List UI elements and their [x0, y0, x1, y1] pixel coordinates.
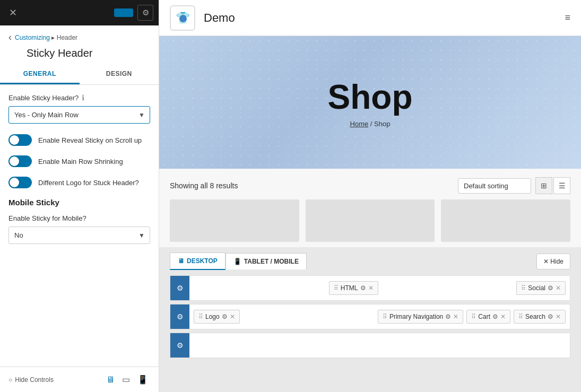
device-buttons: 🖥 ▭ 📱 [104, 372, 150, 387]
social-drag-icon: ⠿ [521, 284, 526, 292]
publish-button[interactable] [114, 8, 133, 17]
search-chip[interactable]: ⠿ Search ⚙ ✕ [514, 310, 566, 324]
html-chip-remove-icon[interactable]: ✕ [368, 284, 374, 292]
product-placeholder-2 [306, 199, 435, 242]
social-chip-gear-icon[interactable]: ⚙ [548, 284, 553, 292]
mobile-sticky-section-title: Mobile Sticky [8, 198, 150, 207]
toggle-main-row-shrinking-row: Enable Main Row Shrinking [8, 155, 150, 167]
logo-drag-icon: ⠿ [198, 313, 203, 320]
circle-icon: ○ [8, 376, 12, 384]
search-chip-gear-icon[interactable]: ⚙ [548, 313, 553, 320]
tablet-tab-label: TABLET / MOBILE [244, 258, 299, 265]
hamburger-menu-icon[interactable]: ≡ [565, 12, 570, 23]
back-icon: ‹ [8, 32, 12, 43]
toggle-different-logo-label: Different Logo for Stuck Header? [38, 179, 139, 187]
row-1-content: ⠿ HTML ⚙ ✕ ⠿ Social ⚙ ✕ [189, 279, 570, 297]
builder-area: 🖥 DESKTOP 📱 TABLET / MOBILE ✕ Hide ⚙ ⠿ H… [159, 247, 581, 392]
logo-chip-label: Logo [205, 313, 220, 320]
tab-general[interactable]: GENERAL [0, 65, 80, 84]
row-1-gear-icon: ⚙ [177, 284, 184, 292]
mobile-sticky-select-wrap: No Yes ▼ [8, 227, 150, 244]
breadcrumb-separator: ▸ [51, 34, 56, 41]
toggle-main-row-shrinking[interactable] [8, 155, 32, 167]
sticky-header-select[interactable]: Yes - Only Main Row Yes - Both Rows No [8, 106, 150, 124]
html-drag-icon: ⠿ [334, 284, 339, 292]
grid-view-button[interactable]: ⊞ [535, 177, 552, 194]
tab-design[interactable]: DESIGN [80, 65, 159, 84]
results-text: Showing all 8 results [170, 181, 238, 190]
primary-nav-chip[interactable]: ⠿ Primary Navigation ⚙ ✕ [378, 310, 463, 324]
close-button[interactable]: ✕ [5, 5, 20, 20]
tablet-tab-icon: 📱 [233, 258, 241, 265]
cart-chip[interactable]: ⠿ Cart ⚙ ✕ [466, 310, 510, 324]
toggle-different-logo[interactable] [8, 177, 32, 188]
right-panel: 👕 Demo ≡ Shop Home / Shop Showing all 8 … [159, 0, 581, 392]
desktop-tab-icon: 🖥 [178, 257, 184, 265]
mobile-device-button[interactable]: 📱 [135, 372, 150, 387]
html-chip-gear-icon[interactable]: ⚙ [360, 284, 366, 292]
social-chip[interactable]: ⠿ Social ⚙ ✕ [516, 281, 566, 295]
toggle-reveal-sticky-row: Enable Reveal Sticky on Scroll up [8, 134, 150, 146]
panel-footer: ○ Hide Controls 🖥 ▭ 📱 [0, 367, 159, 392]
panel-body: Enable Sticky Header? ℹ Yes - Only Main … [0, 85, 159, 367]
logo-chip-gear-icon[interactable]: ⚙ [222, 313, 228, 320]
builder-tab-tablet[interactable]: 📱 TABLET / MOBILE [226, 253, 307, 269]
row-3-gear[interactable]: ⚙ [170, 333, 189, 358]
primary-nav-drag-icon: ⠿ [383, 313, 387, 320]
social-chip-remove-icon[interactable]: ✕ [556, 284, 561, 292]
hide-controls-button[interactable]: ○ Hide Controls [8, 376, 54, 384]
toggle-reveal-sticky-label: Enable Reveal Sticky on Scroll up [38, 136, 142, 144]
row-3-gear-icon: ⚙ [177, 341, 184, 350]
hero-breadcrumb-current: Shop [374, 120, 390, 128]
cart-chip-remove-icon[interactable]: ✕ [500, 313, 506, 320]
primary-nav-chip-gear-icon[interactable]: ⚙ [445, 313, 451, 320]
search-chip-remove-icon[interactable]: ✕ [556, 313, 561, 320]
primary-nav-chip-remove-icon[interactable]: ✕ [453, 313, 458, 320]
tabs-row: GENERAL DESIGN [0, 65, 159, 85]
panel-title: Sticky Header [0, 45, 159, 65]
html-chip-label: HTML [341, 284, 358, 292]
breadcrumb-area: ‹ Customizing ▸ Header [0, 25, 159, 45]
primary-nav-chip-label: Primary Navigation [389, 313, 443, 320]
html-chip[interactable]: ⠿ HTML ⚙ ✕ [329, 281, 378, 295]
sticky-header-label: Enable Sticky Header? ℹ [8, 93, 150, 102]
toggle-reveal-sticky[interactable] [8, 134, 32, 146]
cart-chip-label: Cart [478, 313, 490, 320]
back-button[interactable]: ‹ [8, 32, 12, 43]
gear-icon: ⚙ [142, 8, 149, 18]
search-chip-label: Search [525, 313, 545, 320]
search-drag-icon: ⠿ [518, 313, 523, 320]
desktop-device-button[interactable]: 🖥 [104, 372, 117, 387]
left-panel: ✕ ⚙ ‹ Customizing ▸ Header Sticky Header… [0, 0, 159, 392]
cart-chip-gear-icon[interactable]: ⚙ [492, 313, 498, 320]
preview-header: 👕 Demo ≡ [159, 0, 581, 36]
builder-row-3: ⚙ [170, 333, 570, 358]
preview-content-bar: Showing all 8 results Default sorting So… [159, 169, 581, 199]
logo-chip[interactable]: ⠿ Logo ⚙ ✕ [194, 310, 240, 324]
builder-tabs-row: 🖥 DESKTOP 📱 TABLET / MOBILE ✕ Hide [170, 252, 570, 270]
sorting-select[interactable]: Default sorting Sort by popularity Sort … [458, 178, 531, 194]
desktop-tab-label: DESKTOP [187, 257, 218, 265]
list-icon: ☰ [559, 181, 566, 190]
row-2-gear[interactable]: ⚙ [170, 304, 189, 329]
builder-tab-desktop[interactable]: 🖥 DESKTOP [170, 252, 226, 270]
builder-row-2: ⚙ ⠿ Logo ⚙ ✕ ⠿ Primary Navigation ⚙ ✕ ⠿ [170, 304, 570, 329]
social-chip-label: Social [528, 284, 545, 292]
breadcrumb-parent-link[interactable]: Customizing [15, 34, 50, 41]
hide-controls-label: Hide Controls [15, 376, 54, 384]
logo-chip-remove-icon[interactable]: ✕ [230, 313, 235, 320]
breadcrumb-current: Header [57, 34, 77, 41]
product-placeholder-1 [170, 199, 299, 242]
row-2-content: ⠿ Logo ⚙ ✕ ⠿ Primary Navigation ⚙ ✕ ⠿ Ca… [189, 308, 570, 326]
row-1-gear[interactable]: ⚙ [170, 276, 189, 300]
tablet-device-button[interactable]: ▭ [120, 372, 132, 387]
toggle-main-row-shrinking-label: Enable Main Row Shrinking [38, 158, 123, 165]
view-buttons: ⊞ ☰ [535, 177, 570, 194]
blue-dot [179, 15, 187, 22]
hide-button[interactable]: ✕ Hide [536, 254, 570, 269]
hero-breadcrumb-home-link[interactable]: Home [350, 120, 369, 128]
builder-row-1: ⚙ ⠿ HTML ⚙ ✕ ⠿ Social ⚙ ✕ [170, 275, 570, 301]
mobile-sticky-select[interactable]: No Yes [8, 227, 150, 244]
settings-gear-button[interactable]: ⚙ [137, 5, 153, 21]
list-view-button[interactable]: ☰ [553, 177, 570, 194]
